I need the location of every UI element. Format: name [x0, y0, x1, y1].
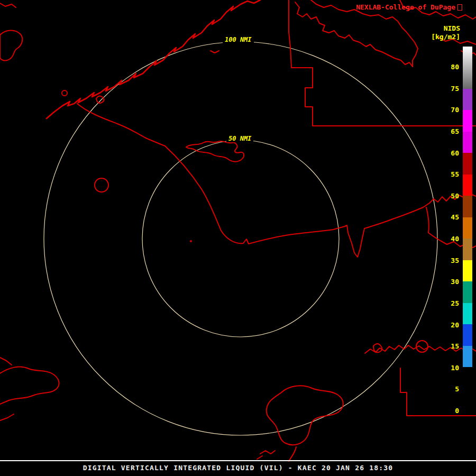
colorbar-tick-25: 25 — [440, 299, 459, 308]
colorbar-tick-45: 45 — [440, 213, 459, 222]
boundary-vertical-north — [289, 0, 291, 68]
colorbar-tick-0: 0 — [440, 407, 459, 415]
colorbar-segment-20-25 — [463, 303, 472, 324]
colorbar-segment-15-20 — [463, 324, 472, 346]
colorbar-tick-65: 65 — [440, 127, 459, 136]
colorbar-tick-80: 80 — [440, 63, 459, 71]
colorbar-tick-5: 5 — [440, 385, 459, 393]
coast-southwest-edge — [0, 414, 14, 420]
scale-title: NIDS — [444, 24, 460, 32]
colorbar-segment-40-45 — [463, 217, 472, 239]
colorbar-segment-0-5 — [463, 389, 472, 414]
colorbar-tick-55: 55 — [440, 170, 459, 179]
logo-glyph-icon — [457, 4, 462, 11]
colorbar-tick-75: 75 — [440, 85, 459, 93]
colorbar-tick-15: 15 — [440, 342, 459, 351]
radar-map-canvas — [0, 0, 476, 476]
coastline-detail-north — [210, 51, 219, 53]
island-south-central — [267, 386, 343, 445]
colorbar-segment-65-70 — [463, 110, 472, 132]
island-southwest — [0, 367, 59, 404]
coast-top-left-edge — [0, 3, 16, 7]
island-top-left-corner — [0, 30, 22, 60]
product-title: DIGITAL VERTICALLY INTEGRATED LIQUID (VI… — [0, 464, 476, 472]
range-ring-100nmi — [44, 42, 437, 435]
colorbar-tick-50: 50 — [440, 192, 459, 200]
islet-center — [190, 240, 192, 242]
scale-units: [kg/m2] — [431, 33, 460, 41]
colorbar-segment-70-75 — [463, 89, 472, 110]
colorbar-tick-35: 35 — [440, 257, 459, 265]
colorbar-segment-5-10 — [463, 367, 472, 389]
colorbar-segment-35-40 — [463, 239, 472, 260]
range-ring-label-50nmi: 50 NMI — [226, 135, 253, 142]
colorbar-tick-10: 10 — [440, 364, 459, 372]
colorbar-segment-50-55 — [463, 175, 472, 196]
colorbar-tick-30: 30 — [440, 278, 459, 286]
coastline-main — [77, 104, 476, 257]
colorbar-segments — [463, 47, 472, 414]
colorbar-tick-40: 40 — [440, 235, 459, 243]
footer-separator-line — [0, 460, 476, 461]
radar-display: 100 NMI 50 NMI NEXLAB-College of DuPage … — [0, 0, 476, 476]
coastline-northwest — [47, 0, 260, 118]
colorbar-labels: 80757065605550454035302520151050 — [440, 63, 459, 415]
island-small-northwest — [96, 96, 104, 103]
credit-text: NEXLAB-College of DuPage — [356, 3, 455, 11]
coast-south-detail-2 — [257, 456, 262, 459]
colorbar-segment-10-15 — [463, 346, 472, 367]
islet-west — [62, 90, 67, 96]
colorbar-tick-70: 70 — [440, 106, 459, 114]
colorbar-segment-25-30 — [463, 281, 472, 303]
colorbar-segment-45-50 — [463, 196, 472, 217]
range-ring-50nmi — [142, 140, 339, 337]
coast-west-edge — [0, 358, 12, 365]
range-ring-label-100nmi: 100 NMI — [223, 36, 254, 43]
coast-south-detail-1 — [260, 451, 275, 454]
island-circle-west — [95, 178, 108, 192]
colorbar-tick-60: 60 — [440, 149, 459, 158]
island-south-tail — [289, 447, 296, 461]
colorbar-segment-55-60 — [463, 153, 472, 175]
coastline-northeast-1 — [295, 2, 413, 67]
colorbar-tick-20: 20 — [440, 321, 459, 329]
colorbar-segment-60-65 — [463, 132, 472, 153]
colorbar-segment-30-35 — [463, 260, 472, 281]
colorbar-segment-75-80plus — [463, 47, 472, 89]
credit-banner: NEXLAB-College of DuPage — [356, 3, 462, 11]
